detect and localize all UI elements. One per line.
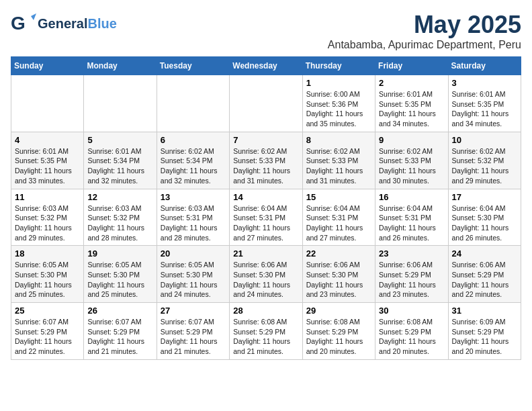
month-title: May 2025 <box>328 11 521 39</box>
day-number: 26 <box>87 306 152 316</box>
day-number: 31 <box>452 306 517 316</box>
day-number: 16 <box>379 192 444 202</box>
day-number: 4 <box>15 135 80 145</box>
day-number: 19 <box>87 248 152 259</box>
logo-bird-icon: G <box>11 11 36 36</box>
day-header-sunday: Sunday <box>11 57 84 75</box>
day-info: Sunrise: 6:07 AMSunset: 5:29 PMDaylight:… <box>161 317 226 357</box>
calendar-week-4: 18Sunrise: 6:05 AMSunset: 5:30 PMDayligh… <box>11 246 521 303</box>
calendar-week-5: 25Sunrise: 6:07 AMSunset: 5:29 PMDayligh… <box>11 303 521 360</box>
day-info: Sunrise: 6:08 AMSunset: 5:29 PMDaylight:… <box>306 317 371 357</box>
day-info: Sunrise: 6:06 AMSunset: 5:29 PMDaylight:… <box>452 260 517 300</box>
day-number: 25 <box>15 306 80 316</box>
calendar-cell: 14Sunrise: 6:04 AMSunset: 5:31 PMDayligh… <box>230 189 302 246</box>
calendar-table: SundayMondayTuesdayWednesdayThursdayFrid… <box>11 56 521 360</box>
day-number: 18 <box>15 248 80 259</box>
logo-blue: Blue <box>87 16 116 31</box>
day-info: Sunrise: 6:06 AMSunset: 5:29 PMDaylight:… <box>379 260 444 300</box>
day-number: 29 <box>306 306 371 316</box>
day-info: Sunrise: 6:04 AMSunset: 5:30 PMDaylight:… <box>452 203 517 243</box>
day-info: Sunrise: 6:02 AMSunset: 5:33 PMDaylight:… <box>233 146 298 186</box>
day-number: 14 <box>233 192 298 202</box>
calendar-week-2: 4Sunrise: 6:01 AMSunset: 5:35 PMDaylight… <box>11 132 521 189</box>
day-info: Sunrise: 6:03 AMSunset: 5:32 PMDaylight:… <box>87 203 152 243</box>
day-info: Sunrise: 6:02 AMSunset: 5:33 PMDaylight:… <box>379 146 444 186</box>
day-number: 2 <box>379 78 444 88</box>
day-number: 21 <box>233 248 298 259</box>
calendar-cell <box>11 75 84 132</box>
day-info: Sunrise: 6:09 AMSunset: 5:29 PMDaylight:… <box>452 317 517 357</box>
day-info: Sunrise: 6:07 AMSunset: 5:29 PMDaylight:… <box>87 317 152 357</box>
day-number: 9 <box>379 135 444 145</box>
title-area: May 2025 Antabamba, Apurimac Department,… <box>328 11 521 51</box>
calendar-cell: 4Sunrise: 6:01 AMSunset: 5:35 PMDaylight… <box>11 132 84 189</box>
calendar-cell: 11Sunrise: 6:03 AMSunset: 5:32 PMDayligh… <box>11 189 84 246</box>
day-info: Sunrise: 6:08 AMSunset: 5:29 PMDaylight:… <box>379 317 444 357</box>
day-number: 6 <box>161 135 226 145</box>
calendar-cell: 25Sunrise: 6:07 AMSunset: 5:29 PMDayligh… <box>11 303 84 360</box>
day-number: 12 <box>87 192 152 202</box>
calendar-cell: 16Sunrise: 6:04 AMSunset: 5:31 PMDayligh… <box>375 189 448 246</box>
calendar-cell: 20Sunrise: 6:05 AMSunset: 5:30 PMDayligh… <box>157 246 229 303</box>
day-number: 20 <box>161 248 226 259</box>
day-header-saturday: Saturday <box>448 57 521 75</box>
day-number: 7 <box>233 135 298 145</box>
calendar-cell: 31Sunrise: 6:09 AMSunset: 5:29 PMDayligh… <box>448 303 521 360</box>
day-info: Sunrise: 6:01 AMSunset: 5:34 PMDaylight:… <box>87 146 152 186</box>
calendar-cell: 21Sunrise: 6:06 AMSunset: 5:30 PMDayligh… <box>230 246 302 303</box>
logo-general: General <box>38 16 87 31</box>
day-info: Sunrise: 6:03 AMSunset: 5:32 PMDaylight:… <box>15 203 80 243</box>
calendar-cell: 7Sunrise: 6:02 AMSunset: 5:33 PMDaylight… <box>230 132 302 189</box>
calendar-cell <box>230 75 302 132</box>
day-info: Sunrise: 6:06 AMSunset: 5:30 PMDaylight:… <box>233 260 298 300</box>
calendar-body: 1Sunrise: 6:00 AMSunset: 5:36 PMDaylight… <box>11 75 521 360</box>
calendar-cell: 12Sunrise: 6:03 AMSunset: 5:32 PMDayligh… <box>84 189 157 246</box>
day-info: Sunrise: 6:01 AMSunset: 5:35 PMDaylight:… <box>15 146 80 186</box>
calendar-cell: 13Sunrise: 6:03 AMSunset: 5:31 PMDayligh… <box>157 189 229 246</box>
calendar-cell: 28Sunrise: 6:08 AMSunset: 5:29 PMDayligh… <box>230 303 302 360</box>
calendar-cell: 2Sunrise: 6:01 AMSunset: 5:35 PMDaylight… <box>375 75 448 132</box>
calendar-cell: 8Sunrise: 6:02 AMSunset: 5:33 PMDaylight… <box>302 132 375 189</box>
day-number: 24 <box>452 248 517 259</box>
calendar-cell: 30Sunrise: 6:08 AMSunset: 5:29 PMDayligh… <box>375 303 448 360</box>
calendar-cell: 27Sunrise: 6:07 AMSunset: 5:29 PMDayligh… <box>157 303 229 360</box>
day-info: Sunrise: 6:06 AMSunset: 5:30 PMDaylight:… <box>306 260 371 300</box>
day-info: Sunrise: 6:02 AMSunset: 5:34 PMDaylight:… <box>161 146 226 186</box>
calendar-cell: 17Sunrise: 6:04 AMSunset: 5:30 PMDayligh… <box>448 189 521 246</box>
calendar-week-3: 11Sunrise: 6:03 AMSunset: 5:32 PMDayligh… <box>11 189 521 246</box>
day-info: Sunrise: 6:07 AMSunset: 5:29 PMDaylight:… <box>15 317 80 357</box>
calendar-cell: 23Sunrise: 6:06 AMSunset: 5:29 PMDayligh… <box>375 246 448 303</box>
calendar-cell: 10Sunrise: 6:02 AMSunset: 5:32 PMDayligh… <box>448 132 521 189</box>
calendar-cell: 22Sunrise: 6:06 AMSunset: 5:30 PMDayligh… <box>302 246 375 303</box>
calendar-header-row: SundayMondayTuesdayWednesdayThursdayFrid… <box>11 57 521 75</box>
day-info: Sunrise: 6:04 AMSunset: 5:31 PMDaylight:… <box>306 203 371 243</box>
day-info: Sunrise: 6:05 AMSunset: 5:30 PMDaylight:… <box>15 260 80 300</box>
day-number: 8 <box>306 135 371 145</box>
calendar-cell: 19Sunrise: 6:05 AMSunset: 5:30 PMDayligh… <box>84 246 157 303</box>
calendar-cell: 5Sunrise: 6:01 AMSunset: 5:34 PMDaylight… <box>84 132 157 189</box>
calendar-cell: 15Sunrise: 6:04 AMSunset: 5:31 PMDayligh… <box>302 189 375 246</box>
day-header-friday: Friday <box>375 57 448 75</box>
calendar-cell: 3Sunrise: 6:01 AMSunset: 5:35 PMDaylight… <box>448 75 521 132</box>
day-info: Sunrise: 6:00 AMSunset: 5:36 PMDaylight:… <box>306 89 371 129</box>
day-number: 10 <box>452 135 517 145</box>
day-info: Sunrise: 6:02 AMSunset: 5:32 PMDaylight:… <box>452 146 517 186</box>
day-number: 13 <box>161 192 226 202</box>
day-number: 3 <box>452 78 517 88</box>
day-info: Sunrise: 6:05 AMSunset: 5:30 PMDaylight:… <box>87 260 152 300</box>
calendar-cell <box>157 75 229 132</box>
day-number: 1 <box>306 78 371 88</box>
calendar-week-1: 1Sunrise: 6:00 AMSunset: 5:36 PMDaylight… <box>11 75 521 132</box>
day-info: Sunrise: 6:08 AMSunset: 5:29 PMDaylight:… <box>233 317 298 357</box>
day-number: 27 <box>161 306 226 316</box>
calendar-cell: 24Sunrise: 6:06 AMSunset: 5:29 PMDayligh… <box>448 246 521 303</box>
day-info: Sunrise: 6:01 AMSunset: 5:35 PMDaylight:… <box>452 89 517 129</box>
day-header-tuesday: Tuesday <box>157 57 229 75</box>
logo: G GeneralBlue <box>11 11 117 36</box>
calendar-cell: 6Sunrise: 6:02 AMSunset: 5:34 PMDaylight… <box>157 132 229 189</box>
calendar-cell: 29Sunrise: 6:08 AMSunset: 5:29 PMDayligh… <box>302 303 375 360</box>
calendar-cell: 18Sunrise: 6:05 AMSunset: 5:30 PMDayligh… <box>11 246 84 303</box>
day-number: 28 <box>233 306 298 316</box>
svg-marker-1 <box>31 13 36 20</box>
day-number: 15 <box>306 192 371 202</box>
